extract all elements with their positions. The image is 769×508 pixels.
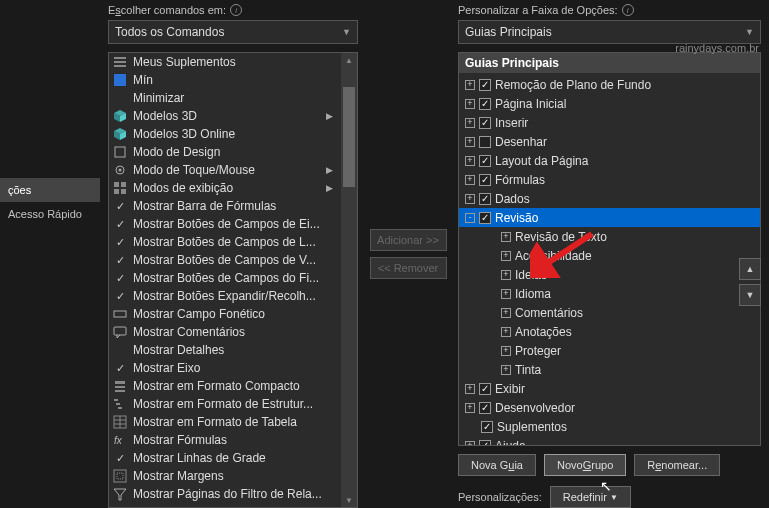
expand-icon[interactable]: +: [501, 346, 511, 356]
expand-icon[interactable]: +: [465, 99, 475, 109]
tree-row[interactable]: +✓Remoção de Plano de Fundo: [459, 75, 760, 94]
rail-item[interactable]: Acesso Rápido: [0, 202, 100, 226]
checkbox[interactable]: ✓: [479, 212, 491, 224]
command-item[interactable]: ✓Mostrar Botões de Campos de Ei...: [109, 215, 341, 233]
add-button[interactable]: Adicionar >>: [370, 229, 447, 251]
rename-button[interactable]: Renomear...: [634, 454, 720, 476]
checkbox[interactable]: [479, 136, 491, 148]
checkbox[interactable]: ✓: [479, 440, 491, 447]
command-item[interactable]: Modo de Toque/Mouse▶: [109, 161, 341, 179]
tree-row[interactable]: +✓Ajuda: [459, 436, 760, 446]
expand-icon[interactable]: +: [501, 365, 511, 375]
commands-list[interactable]: Meus SuplementosMínMinimizarModelos 3D▶M…: [108, 52, 358, 508]
tree-row[interactable]: +✓Inserir: [459, 113, 760, 132]
new-group-button[interactable]: Novo Grupo: [544, 454, 626, 476]
command-item[interactable]: Mostrar Comentários: [109, 323, 341, 341]
expand-icon[interactable]: +: [465, 156, 475, 166]
reset-dropdown[interactable]: Redefinir ▼: [550, 486, 631, 508]
command-item[interactable]: Mín: [109, 71, 341, 89]
command-item[interactable]: ✓Mostrar Botões de Campos de L...: [109, 233, 341, 251]
move-up-button[interactable]: ▲: [739, 258, 761, 280]
command-item[interactable]: ✓Mostrar Botões Expandir/Recolh...: [109, 287, 341, 305]
tree-row[interactable]: +Ideias: [459, 265, 760, 284]
command-item[interactable]: ✓Mostrar Barra de Fórmulas: [109, 197, 341, 215]
checkbox[interactable]: ✓: [479, 98, 491, 110]
command-item[interactable]: Minimizar: [109, 89, 341, 107]
expand-icon[interactable]: +: [501, 289, 511, 299]
tree-row[interactable]: +✓Exibir: [459, 379, 760, 398]
command-item[interactable]: ✓Mostrar Régua: [109, 503, 341, 507]
command-item[interactable]: Mostrar Margens: [109, 467, 341, 485]
expand-icon[interactable]: +: [465, 80, 475, 90]
tree-row[interactable]: ✓Suplementos: [459, 417, 760, 436]
tree-row[interactable]: +Proteger: [459, 341, 760, 360]
tree-row[interactable]: +✓Desenvolvedor: [459, 398, 760, 417]
tree-row[interactable]: +✓Fórmulas: [459, 170, 760, 189]
scroll-up-btn[interactable]: ▲: [341, 53, 357, 67]
command-item[interactable]: Mostrar Detalhes: [109, 341, 341, 359]
tree-row[interactable]: -✓Revisão: [459, 208, 760, 227]
remove-button[interactable]: << Remover: [370, 257, 447, 279]
tree-row[interactable]: +Tinta: [459, 360, 760, 379]
checkbox[interactable]: ✓: [479, 79, 491, 91]
command-item[interactable]: Modelos 3D▶: [109, 107, 341, 125]
tree-row[interactable]: +✓Página Inicial: [459, 94, 760, 113]
command-item[interactable]: ✓Mostrar Botões de Campos do Fi...: [109, 269, 341, 287]
command-item[interactable]: ✓Mostrar Eixo: [109, 359, 341, 377]
checkbox[interactable]: ✓: [479, 402, 491, 414]
command-item[interactable]: Modo de Design: [109, 143, 341, 161]
move-down-button[interactable]: ▼: [739, 284, 761, 306]
compact-icon: [113, 379, 127, 393]
checkbox[interactable]: ✓: [479, 383, 491, 395]
tree-row[interactable]: +Desenhar: [459, 132, 760, 151]
expand-icon[interactable]: +: [501, 308, 511, 318]
scroll-thumb[interactable]: [343, 87, 355, 187]
expand-icon[interactable]: +: [465, 441, 475, 447]
customize-ribbon-dropdown[interactable]: Guias Principais ▼: [458, 20, 761, 44]
command-item[interactable]: Modelos 3D Online: [109, 125, 341, 143]
command-item[interactable]: fxMostrar Fórmulas: [109, 431, 341, 449]
scrollbar[interactable]: ▲ ▼: [341, 53, 357, 507]
check-icon: ✓: [113, 451, 127, 465]
tree-row[interactable]: +Comentários: [459, 303, 760, 322]
command-item[interactable]: Mostrar Páginas do Filtro de Rela...: [109, 485, 341, 503]
ribbon-tree[interactable]: Guias Principais +✓Remoção de Plano de F…: [458, 52, 761, 446]
expand-icon[interactable]: +: [501, 270, 511, 280]
expand-icon[interactable]: +: [465, 118, 475, 128]
rail-item-active[interactable]: ções: [0, 178, 100, 202]
command-item[interactable]: Mostrar em Formato Compacto: [109, 377, 341, 395]
scroll-down-btn[interactable]: ▼: [341, 493, 357, 507]
expand-icon[interactable]: +: [501, 327, 511, 337]
expand-icon[interactable]: +: [501, 232, 511, 242]
tree-row[interactable]: +✓Layout da Página: [459, 151, 760, 170]
tree-row[interactable]: +Acessibilidade: [459, 246, 760, 265]
checkbox[interactable]: ✓: [479, 155, 491, 167]
command-item[interactable]: ✓Mostrar Botões de Campos de V...: [109, 251, 341, 269]
command-item[interactable]: Meus Suplementos: [109, 53, 341, 71]
tree-row[interactable]: +Idioma: [459, 284, 760, 303]
checkbox[interactable]: ✓: [479, 193, 491, 205]
tree-row[interactable]: +✓Dados: [459, 189, 760, 208]
tree-row[interactable]: +Anotações: [459, 322, 760, 341]
command-label: Mostrar Régua: [133, 505, 212, 507]
chevron-down-icon: ▼: [342, 27, 351, 37]
tree-label: Tinta: [515, 363, 541, 377]
command-item[interactable]: Modos de exibição▶: [109, 179, 341, 197]
new-tab-button[interactable]: Nova Guia: [458, 454, 536, 476]
expand-icon[interactable]: +: [465, 403, 475, 413]
expand-icon[interactable]: +: [501, 251, 511, 261]
command-item[interactable]: ✓Mostrar Linhas de Grade: [109, 449, 341, 467]
command-item[interactable]: Mostrar Campo Fonético: [109, 305, 341, 323]
expand-icon[interactable]: +: [465, 175, 475, 185]
tree-row[interactable]: +Revisão de Texto: [459, 227, 760, 246]
collapse-icon[interactable]: -: [465, 213, 475, 223]
expand-icon[interactable]: +: [465, 384, 475, 394]
command-item[interactable]: Mostrar em Formato de Tabela: [109, 413, 341, 431]
expand-icon[interactable]: +: [465, 137, 475, 147]
choose-commands-dropdown[interactable]: Todos os Comandos ▼: [108, 20, 358, 44]
expand-icon[interactable]: +: [465, 194, 475, 204]
checkbox[interactable]: ✓: [481, 421, 493, 433]
command-item[interactable]: Mostrar em Formato de Estrutur...: [109, 395, 341, 413]
checkbox[interactable]: ✓: [479, 117, 491, 129]
checkbox[interactable]: ✓: [479, 174, 491, 186]
